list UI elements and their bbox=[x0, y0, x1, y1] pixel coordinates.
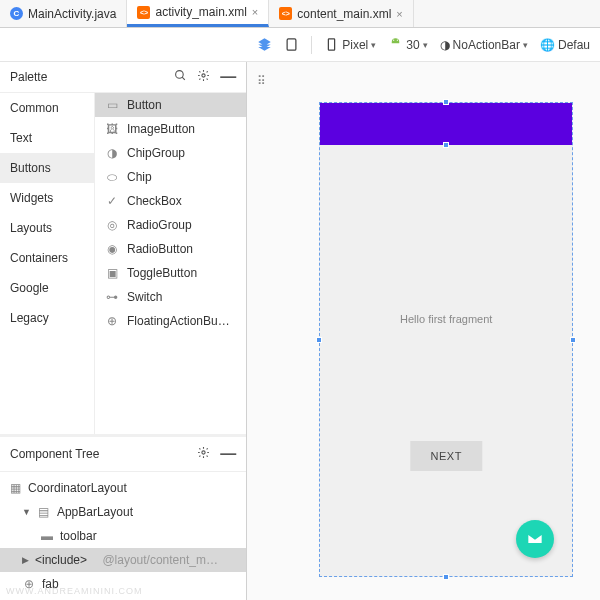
palette-categories: Common Text Buttons Widgets Layouts Cont… bbox=[0, 93, 95, 434]
svg-line-1 bbox=[182, 77, 185, 80]
palette-item-fab[interactable]: ⊕FloatingActionBu… bbox=[95, 309, 246, 333]
palette-item-button[interactable]: ▭Button bbox=[95, 93, 246, 117]
svg-point-3 bbox=[202, 451, 205, 454]
appbar-icon: ▤ bbox=[37, 506, 51, 518]
svg-rect-5 bbox=[329, 39, 335, 50]
tab-label: activity_main.xml bbox=[155, 5, 246, 19]
tab-main-activity[interactable]: C MainActivity.java bbox=[0, 0, 127, 27]
xml-file-icon: <> bbox=[137, 6, 150, 19]
java-class-icon: C bbox=[10, 7, 23, 20]
palette-item-chipgroup[interactable]: ◑ChipGroup bbox=[95, 141, 246, 165]
tree-node-coordinator[interactable]: ▦CoordinatorLayout bbox=[0, 476, 246, 500]
tree-node-toolbar[interactable]: ▬toolbar bbox=[0, 524, 246, 548]
orientation-icon[interactable] bbox=[284, 37, 299, 52]
palette-item-radiobutton[interactable]: ◉RadioButton bbox=[95, 237, 246, 261]
editor-tabs: C MainActivity.java <> activity_main.xml… bbox=[0, 0, 600, 28]
mail-icon bbox=[527, 531, 543, 547]
palette-items: ▭Button 🖼ImageButton ◑ChipGroup ⬭Chip ✓C… bbox=[95, 93, 246, 434]
category-text[interactable]: Text bbox=[0, 123, 94, 153]
button-icon: ▭ bbox=[105, 99, 119, 111]
palette-item-chip[interactable]: ⬭Chip bbox=[95, 165, 246, 189]
radiobutton-icon: ◉ bbox=[105, 243, 119, 255]
palette-item-togglebutton[interactable]: ▣ToggleButton bbox=[95, 261, 246, 285]
minimize-icon[interactable]: — bbox=[220, 68, 236, 86]
device-selector[interactable]: Pixel▾ bbox=[324, 37, 376, 52]
device-preview[interactable]: Hello first fragment NEXT bbox=[319, 102, 573, 577]
category-containers[interactable]: Containers bbox=[0, 243, 94, 273]
chevron-right-icon[interactable]: ▶ bbox=[22, 555, 29, 565]
chip-icon: ⬭ bbox=[105, 171, 119, 183]
tab-activity-main-xml[interactable]: <> activity_main.xml × bbox=[127, 0, 269, 27]
svg-point-0 bbox=[176, 71, 184, 79]
theme-icon: ◑ bbox=[440, 38, 450, 52]
gear-icon[interactable] bbox=[197, 69, 210, 85]
preview-fab[interactable] bbox=[516, 520, 554, 558]
palette-title: Palette bbox=[10, 70, 47, 84]
component-tree-header: Component Tree — bbox=[0, 434, 246, 472]
component-tree-title: Component Tree bbox=[10, 447, 99, 461]
preview-appbar[interactable] bbox=[320, 103, 572, 145]
xml-file-icon: <> bbox=[279, 7, 292, 20]
palette-item-radiogroup[interactable]: ◎RadioGroup bbox=[95, 213, 246, 237]
locale-selector[interactable]: 🌐Defau bbox=[540, 38, 590, 52]
design-canvas: ⠿ Hello first fragment NEXT bbox=[247, 62, 600, 600]
design-surface: Pixel▾ 30▾ ◑NoActionBar▾ 🌐Defau ⠿ Hello … bbox=[247, 62, 600, 600]
left-panel: Palette — Common Text Buttons Widgets La… bbox=[0, 62, 247, 600]
switch-icon: ⊶ bbox=[105, 291, 119, 303]
svg-point-6 bbox=[393, 40, 394, 41]
palette-header: Palette — bbox=[0, 62, 246, 93]
imagebutton-icon: 🖼 bbox=[105, 123, 119, 135]
category-legacy[interactable]: Legacy bbox=[0, 303, 94, 333]
checkbox-icon: ✓ bbox=[105, 195, 119, 207]
category-widgets[interactable]: Widgets bbox=[0, 183, 94, 213]
svg-point-7 bbox=[397, 40, 398, 41]
layout-icon: ▦ bbox=[8, 482, 22, 494]
theme-selector[interactable]: ◑NoActionBar▾ bbox=[440, 38, 528, 52]
component-tree: ▦CoordinatorLayout ▼▤AppBarLayout ▬toolb… bbox=[0, 472, 246, 600]
gear-icon[interactable] bbox=[197, 446, 210, 462]
category-common[interactable]: Common bbox=[0, 93, 94, 123]
tab-label: content_main.xml bbox=[297, 7, 391, 21]
preview-text[interactable]: Hello first fragment bbox=[320, 313, 572, 325]
tree-node-appbarlayout[interactable]: ▼▤AppBarLayout bbox=[0, 500, 246, 524]
radiogroup-icon: ◎ bbox=[105, 219, 119, 231]
design-toolbar: Pixel▾ 30▾ ◑NoActionBar▾ 🌐Defau bbox=[247, 28, 600, 62]
tab-label: MainActivity.java bbox=[28, 7, 116, 21]
drag-handle-icon[interactable]: ⠿ bbox=[257, 74, 266, 88]
close-icon[interactable]: × bbox=[252, 6, 258, 18]
globe-icon: 🌐 bbox=[540, 38, 555, 52]
api-selector[interactable]: 30▾ bbox=[388, 37, 427, 52]
palette-item-switch[interactable]: ⊶Switch bbox=[95, 285, 246, 309]
palette-item-checkbox[interactable]: ✓CheckBox bbox=[95, 189, 246, 213]
chipgroup-icon: ◑ bbox=[105, 147, 119, 159]
category-google[interactable]: Google bbox=[0, 273, 94, 303]
svg-rect-4 bbox=[287, 39, 296, 50]
toolbar-icon: ▬ bbox=[40, 530, 54, 542]
togglebutton-icon: ▣ bbox=[105, 267, 119, 279]
close-icon[interactable]: × bbox=[396, 8, 402, 20]
layers-icon[interactable] bbox=[257, 37, 272, 52]
tab-content-main-xml[interactable]: <> content_main.xml × bbox=[269, 0, 413, 27]
minimize-icon[interactable]: — bbox=[220, 445, 236, 463]
chevron-down-icon[interactable]: ▼ bbox=[22, 507, 31, 517]
palette-item-imagebutton[interactable]: 🖼ImageButton bbox=[95, 117, 246, 141]
watermark: WWW.ANDREAMININI.COM bbox=[6, 586, 143, 596]
category-layouts[interactable]: Layouts bbox=[0, 213, 94, 243]
category-buttons[interactable]: Buttons bbox=[0, 153, 94, 183]
preview-next-button[interactable]: NEXT bbox=[411, 441, 482, 471]
fab-icon: ⊕ bbox=[105, 315, 119, 327]
tree-node-include[interactable]: ▶<include> @layout/content_m… bbox=[0, 548, 246, 572]
svg-point-2 bbox=[202, 74, 205, 77]
search-icon[interactable] bbox=[174, 69, 187, 85]
